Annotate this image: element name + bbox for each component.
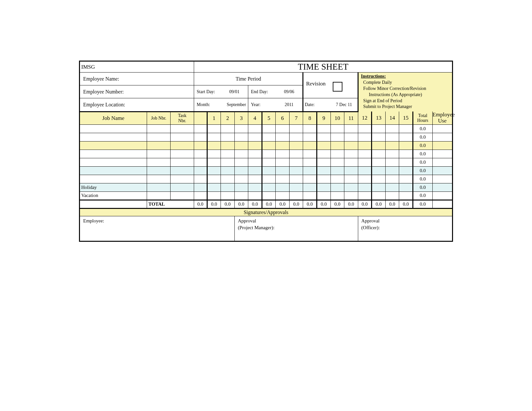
spacer-cell[interactable] [194, 175, 207, 183]
hours-cell[interactable] [317, 183, 330, 191]
hours-cell[interactable] [248, 124, 262, 133]
job-nbr-cell[interactable] [147, 175, 171, 183]
hours-cell[interactable] [385, 166, 399, 175]
hours-cell[interactable] [385, 175, 399, 183]
hours-cell[interactable] [221, 141, 235, 150]
hours-cell[interactable] [358, 150, 372, 158]
hours-cell[interactable] [385, 158, 399, 166]
hours-cell[interactable] [262, 124, 276, 133]
hours-cell[interactable] [221, 166, 235, 175]
hours-cell[interactable] [221, 133, 235, 141]
hours-cell[interactable] [234, 191, 248, 200]
hours-cell[interactable] [385, 150, 399, 158]
hours-cell[interactable] [207, 183, 221, 191]
hours-cell[interactable] [372, 141, 386, 150]
hours-cell[interactable] [399, 191, 413, 200]
hours-cell[interactable] [344, 133, 358, 141]
hours-cell[interactable] [262, 191, 276, 200]
hours-cell[interactable] [330, 141, 344, 150]
spacer-cell[interactable] [194, 133, 207, 141]
job-name-cell[interactable]: Holiday [80, 183, 147, 191]
hours-cell[interactable] [262, 141, 276, 150]
hours-cell[interactable] [303, 141, 317, 150]
hours-cell[interactable] [234, 166, 248, 175]
hours-cell[interactable] [330, 158, 344, 166]
sig-employee[interactable]: Employee: [80, 216, 234, 241]
hours-cell[interactable] [262, 150, 276, 158]
job-name-cell[interactable] [80, 124, 147, 133]
hours-cell[interactable] [317, 150, 330, 158]
hours-cell[interactable] [234, 158, 248, 166]
hours-cell[interactable] [289, 124, 303, 133]
task-nbr-cell[interactable] [171, 158, 194, 166]
hours-cell[interactable] [276, 133, 290, 141]
hours-cell[interactable] [317, 141, 330, 150]
hours-cell[interactable] [317, 175, 330, 183]
hours-cell[interactable] [289, 158, 303, 166]
hours-cell[interactable] [289, 150, 303, 158]
hours-cell[interactable] [399, 183, 413, 191]
hours-cell[interactable] [303, 158, 317, 166]
task-nbr-cell[interactable] [171, 175, 194, 183]
hours-cell[interactable] [207, 150, 221, 158]
hours-cell[interactable] [289, 166, 303, 175]
hours-cell[interactable] [276, 166, 290, 175]
hours-cell[interactable] [262, 158, 276, 166]
spacer-cell[interactable] [194, 166, 207, 175]
job-nbr-cell[interactable] [147, 191, 171, 200]
hours-cell[interactable] [317, 124, 330, 133]
hours-cell[interactable] [317, 191, 330, 200]
hours-cell[interactable] [344, 150, 358, 158]
hours-cell[interactable] [317, 158, 330, 166]
hours-cell[interactable] [276, 183, 290, 191]
hours-cell[interactable] [372, 133, 386, 141]
hours-cell[interactable] [372, 183, 386, 191]
task-nbr-cell[interactable] [171, 124, 194, 133]
hours-cell[interactable] [262, 166, 276, 175]
hours-cell[interactable] [248, 150, 262, 158]
hours-cell[interactable] [399, 133, 413, 141]
spacer-cell[interactable] [194, 191, 207, 200]
job-name-cell[interactable] [80, 133, 147, 141]
employee-use-cell[interactable] [432, 175, 452, 183]
hours-cell[interactable] [385, 191, 399, 200]
sig-pm[interactable]: Approval (Project Manager): [234, 216, 358, 241]
employee-use-cell[interactable] [432, 183, 452, 191]
hours-cell[interactable] [262, 175, 276, 183]
hours-cell[interactable] [248, 141, 262, 150]
job-name-cell[interactable] [80, 166, 147, 175]
hours-cell[interactable] [234, 150, 248, 158]
employee-use-cell[interactable] [432, 150, 452, 158]
sig-officer[interactable]: Approval (Officer): [358, 216, 452, 241]
hours-cell[interactable] [303, 124, 317, 133]
hours-cell[interactable] [330, 133, 344, 141]
hours-cell[interactable] [344, 141, 358, 150]
hours-cell[interactable] [221, 191, 235, 200]
hours-cell[interactable] [289, 175, 303, 183]
job-nbr-cell[interactable] [147, 158, 171, 166]
hours-cell[interactable] [372, 158, 386, 166]
hours-cell[interactable] [303, 191, 317, 200]
job-name-cell[interactable] [80, 150, 147, 158]
hours-cell[interactable] [303, 166, 317, 175]
hours-cell[interactable] [221, 183, 235, 191]
hours-cell[interactable] [262, 133, 276, 141]
hours-cell[interactable] [358, 158, 372, 166]
hours-cell[interactable] [303, 175, 317, 183]
hours-cell[interactable] [276, 141, 290, 150]
hours-cell[interactable] [303, 183, 317, 191]
spacer-cell[interactable] [194, 158, 207, 166]
hours-cell[interactable] [372, 166, 386, 175]
hours-cell[interactable] [234, 141, 248, 150]
hours-cell[interactable] [358, 166, 372, 175]
hours-cell[interactable] [289, 183, 303, 191]
hours-cell[interactable] [317, 133, 330, 141]
hours-cell[interactable] [234, 183, 248, 191]
hours-cell[interactable] [358, 133, 372, 141]
hours-cell[interactable] [262, 183, 276, 191]
employee-use-cell[interactable] [432, 124, 452, 133]
hours-cell[interactable] [248, 183, 262, 191]
hours-cell[interactable] [372, 191, 386, 200]
hours-cell[interactable] [344, 183, 358, 191]
task-nbr-cell[interactable] [171, 141, 194, 150]
